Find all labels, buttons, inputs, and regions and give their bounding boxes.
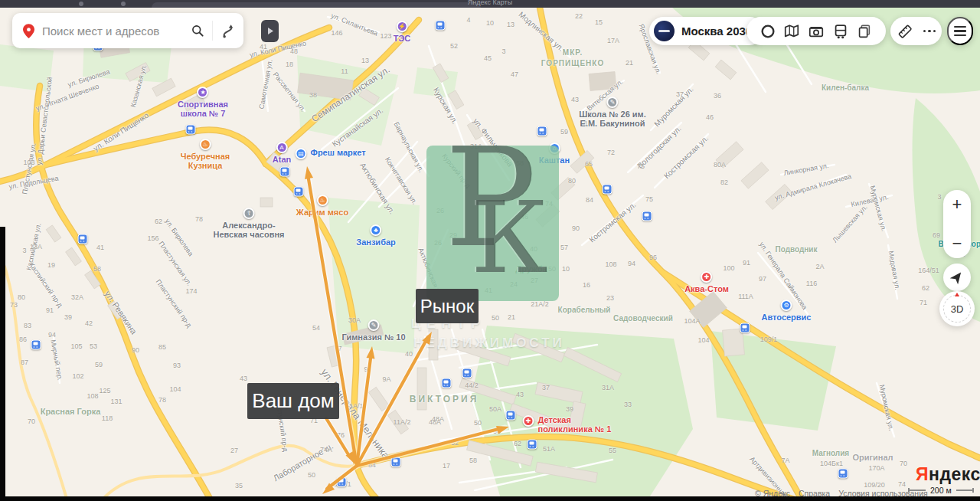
search-button[interactable] xyxy=(190,23,205,38)
dot-icon xyxy=(933,30,936,33)
route-arrows xyxy=(0,0,980,501)
compass-north-icon xyxy=(955,293,959,296)
more-tools-button[interactable] xyxy=(923,30,936,33)
copies-button[interactable] xyxy=(856,23,873,40)
collapse-panel-button[interactable] xyxy=(261,20,279,42)
locate-me-button[interactable] xyxy=(943,264,971,291)
annotation-home: Ваш дом xyxy=(247,383,339,419)
panorama-ring-icon xyxy=(760,23,776,40)
measure-toolbar xyxy=(890,17,942,45)
scale-segment xyxy=(908,490,926,491)
routes-icon xyxy=(220,23,236,39)
letterbox-bottom xyxy=(0,496,980,501)
promo-label: Москва 2030 xyxy=(681,25,752,38)
ruler-icon xyxy=(897,23,913,40)
map-tools-toolbar xyxy=(746,17,886,45)
scale-segment xyxy=(956,490,974,491)
location-arrow-icon xyxy=(949,270,965,285)
main-menu-button[interactable] xyxy=(947,17,973,45)
search-bar xyxy=(12,13,243,48)
panoramas-button[interactable] xyxy=(760,23,776,40)
zoom-in-button[interactable]: + xyxy=(952,196,962,213)
play-triangle-icon xyxy=(267,28,273,34)
pages-icon xyxy=(856,23,873,40)
scale-label: 200 м xyxy=(930,486,952,495)
divider xyxy=(212,21,213,41)
search-icon xyxy=(190,23,205,38)
folded-map-icon xyxy=(783,23,800,40)
yandex-maps-app: ул. Коли Пищенкоул. Коли ПищенкоКазанска… xyxy=(0,0,980,501)
public-transport-button[interactable] xyxy=(832,23,849,40)
compass-3d-label: 3D xyxy=(951,303,964,315)
browser-titlebar: Яндекс Карты xyxy=(0,0,980,8)
yandex-logo[interactable]: Яндекс xyxy=(916,464,980,485)
letterbox-left xyxy=(0,227,5,496)
map-layers-button[interactable] xyxy=(783,23,800,40)
annotation-market: Рынок xyxy=(416,289,479,323)
dot-icon xyxy=(923,30,926,33)
browser-title: Яндекс Карты xyxy=(0,0,980,6)
ruler-button[interactable] xyxy=(897,23,913,40)
moscow-2030-logo-icon xyxy=(654,21,675,41)
mirrors-photos-button[interactable] xyxy=(808,23,825,40)
hamburger-icon xyxy=(954,26,966,28)
zoom-out-button[interactable]: − xyxy=(952,235,962,252)
zoom-controls: + − xyxy=(943,190,971,258)
camera-icon xyxy=(808,23,825,40)
map-pin-icon xyxy=(23,24,34,38)
scale-bar: 200 м xyxy=(908,486,974,495)
routes-button[interactable] xyxy=(220,23,236,39)
bus-icon xyxy=(832,23,849,40)
compass-3d-button[interactable]: 3D xyxy=(939,291,975,326)
search-input[interactable] xyxy=(42,25,190,38)
dot-icon xyxy=(928,30,931,33)
